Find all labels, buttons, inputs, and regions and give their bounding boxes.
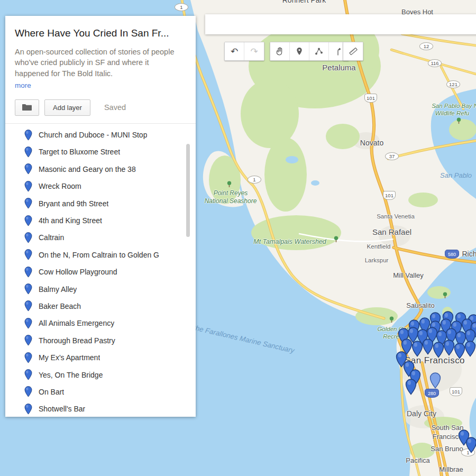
town-label-santa-venetia: Santa Venetia (377, 213, 415, 219)
panel-header: Where Have You Cried In San Fr... An ope… (5, 16, 196, 116)
list-item[interactable]: 4th and King Street (5, 212, 196, 229)
add-marker-button[interactable] (290, 42, 309, 60)
tree-icon (389, 316, 395, 323)
redo-button[interactable]: ↷ (244, 42, 264, 60)
place-name: Church and Duboce - MUNI Stop (39, 131, 147, 139)
map-title: Where Have You Cried In San Fr... (15, 28, 185, 39)
undo-button[interactable]: ↶ (225, 42, 244, 60)
place-pin-icon (24, 352, 32, 363)
list-item[interactable]: On Bart (5, 383, 196, 400)
hand-icon (274, 46, 285, 57)
water-label-san-pablo: San Pablo (440, 171, 472, 179)
place-name: Balmy Alley (39, 285, 77, 294)
town-label-daly-city: Daly City (407, 409, 436, 418)
search-bar[interactable] (205, 14, 476, 34)
list-item[interactable]: My Ex's Apartment (5, 349, 196, 366)
pan-hand-button[interactable] (270, 42, 290, 60)
list-item[interactable]: Yes, On The Bridge (5, 366, 196, 383)
place-pin-icon (24, 198, 32, 209)
town-label-larkspur: Larkspur (365, 257, 389, 263)
draw-shapes-button[interactable] (309, 42, 329, 60)
list-item[interactable]: All Animals Emergency (5, 315, 196, 332)
route-shield: 1 (248, 176, 261, 184)
place-pin-icon (24, 181, 32, 192)
list-item[interactable]: Baker Beach (5, 298, 196, 315)
shapes-icon (314, 46, 324, 57)
place-name: Caltrain (39, 233, 64, 242)
list-item[interactable]: Church and Duboce - MUNI Stop (5, 126, 196, 143)
place-pin-icon (24, 267, 32, 278)
town-label-san-bruno: San Bruno (431, 445, 463, 453)
list-item[interactable]: Thorough Bread Pastry (5, 332, 196, 349)
list-item[interactable]: Masonic and Geary on the 38 (5, 161, 196, 178)
place-name: Wreck Room (39, 182, 81, 190)
more-link[interactable]: more (15, 81, 31, 89)
town-label-sausalito: Sausalito (406, 301, 434, 309)
list-item[interactable]: Bryant and 9th Street (5, 195, 196, 212)
open-folder-button[interactable] (15, 99, 39, 116)
place-name: Thorough Bread Pastry (39, 336, 115, 345)
marker-icon (294, 46, 305, 57)
tree-icon (333, 236, 339, 243)
place-pin-icon (24, 163, 32, 175)
town-label-kentfield: Kentfield (367, 243, 391, 250)
town-label-rohnert-park: Rohnert Park (282, 0, 326, 4)
town-label-south-sf-1: South San (432, 424, 464, 432)
route-shield: 280 (425, 389, 439, 398)
route-shield: 121 (446, 80, 460, 88)
list-scrollbar[interactable] (186, 144, 190, 237)
toolbar-tools-group (270, 42, 349, 61)
place-pin-icon (24, 215, 32, 226)
place-name: My Ex's Apartment (39, 353, 100, 362)
town-label-san-rafael: San Rafael (372, 227, 411, 236)
town-label-petaluma: Petaluma (322, 63, 355, 72)
panel-actions: Add layer Saved (15, 99, 185, 116)
park-label-san-pablo-refuge-2: Wildlife Refu (435, 110, 469, 116)
list-item[interactable]: Cow Hollow Playground (5, 263, 196, 280)
list-item[interactable]: Wreck Room (5, 178, 196, 195)
place-pin-icon (24, 283, 32, 295)
saved-status: Saved (104, 103, 126, 112)
town-label-novato: Novato (360, 139, 383, 147)
place-name: 4th and King Street (39, 216, 102, 225)
redo-icon: ↷ (250, 47, 258, 56)
tree-icon (226, 181, 232, 188)
town-label-mill-valley: Mill Valley (393, 271, 424, 279)
list-item[interactable]: Shotwell's Bar (5, 400, 196, 417)
measure-ruler-button[interactable] (343, 42, 363, 60)
tree-icon (442, 292, 448, 299)
map-info-panel: Where Have You Cried In San Fr... An ope… (5, 16, 196, 417)
map-description: An open-sourced collection of stories of… (15, 47, 175, 79)
place-pin-icon (24, 147, 32, 158)
place-name: Bryant and 9th Street (39, 199, 108, 208)
route-shield: 101 (383, 191, 396, 200)
route-shield: 116 (428, 59, 442, 67)
route-shield: 37 (385, 152, 399, 160)
list-item[interactable]: Caltrain (5, 229, 196, 246)
list-item[interactable]: Target to Bluxome Street (5, 143, 196, 160)
list-item[interactable]: Balmy Alley (5, 280, 196, 297)
park-label-point-reyes-1: Point Reyes (214, 189, 248, 197)
place-pin-icon (24, 404, 32, 415)
tree-icon (456, 117, 462, 124)
place-pin-icon (24, 386, 32, 397)
park-label-point-reyes-2: National Seashore (205, 197, 257, 205)
place-name: On the N, From Caltrain to Golden G (39, 251, 159, 259)
ruler-icon (348, 46, 359, 57)
place-name: Cow Hollow Playground (39, 268, 117, 276)
route-shield: 580 (445, 250, 459, 259)
list-item[interactable]: On the N, From Caltrain to Golden G (5, 246, 196, 263)
place-pin-icon (24, 318, 32, 329)
toolbar-history-group: ↶ ↷ (224, 42, 264, 61)
park-label-mt-tamalpais: Mt Tamalpais Watershed (253, 238, 326, 245)
park-label-san-pablo-refuge-1: San Pablo Bay N (432, 103, 476, 109)
place-list: Church and Duboce - MUNI Stop Target to … (5, 124, 196, 418)
town-label-pacifica: Pacifica (406, 456, 430, 464)
add-layer-button[interactable]: Add layer (44, 99, 90, 116)
route-shield: 101 (450, 387, 462, 396)
place-name: Baker Beach (39, 302, 81, 310)
undo-icon: ↶ (231, 47, 238, 56)
town-label-richmond: Richmond (462, 250, 476, 258)
place-name: On Bart (39, 388, 64, 396)
folder-icon (22, 103, 32, 112)
